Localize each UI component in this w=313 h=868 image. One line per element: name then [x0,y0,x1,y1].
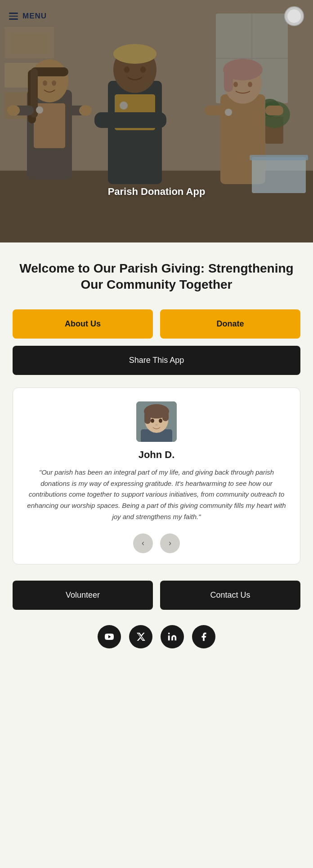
bottom-button-row: Volunteer Contact Us [13,581,300,610]
x-twitter-icon[interactable] [129,625,152,648]
hero-overlay [0,0,313,242]
youtube-icon[interactable] [98,625,121,648]
svg-rect-58 [168,635,170,640]
svg-rect-51 [144,411,151,424]
svg-rect-52 [162,411,169,421]
volunteer-button[interactable]: Volunteer [13,581,153,610]
welcome-title: Welcome to Our Parish Giving: Strengthen… [13,260,300,293]
menu-label: MENU [22,12,47,21]
carousel-controls: ‹ › [24,533,289,553]
avatar-image [287,9,301,23]
testimonial-card: John D. "Our parish has been an integral… [13,388,300,564]
linkedin-icon[interactable] [161,625,184,648]
main-content: Welcome to Our Parish Giving: Strengthen… [0,242,313,671]
avatar[interactable] [284,6,304,26]
svg-point-53 [151,419,154,423]
hero-section: Parish Donation App [0,0,313,242]
facebook-icon[interactable] [192,625,215,648]
header: MENU [0,0,313,32]
svg-point-59 [168,632,170,634]
carousel-prev-button[interactable]: ‹ [133,533,153,553]
share-app-button[interactable]: Share This App [13,346,300,375]
svg-point-55 [155,424,158,426]
svg-point-54 [159,419,162,423]
testimonial-avatar [136,401,177,442]
testimonial-name: John D. [24,449,289,461]
about-us-button[interactable]: About Us [13,309,153,339]
donate-button[interactable]: Donate [160,309,300,339]
primary-button-row: About Us Donate [13,309,300,339]
hero-title: Parish Donation App [108,186,206,198]
hamburger-icon [9,13,18,20]
menu-button[interactable]: MENU [9,12,47,21]
social-icons-row [13,621,300,657]
carousel-next-button[interactable]: › [160,533,180,553]
contact-us-button[interactable]: Contact Us [160,581,300,610]
testimonial-avatar-image [136,401,177,442]
testimonial-quote: "Our parish has been an integral part of… [24,467,289,523]
